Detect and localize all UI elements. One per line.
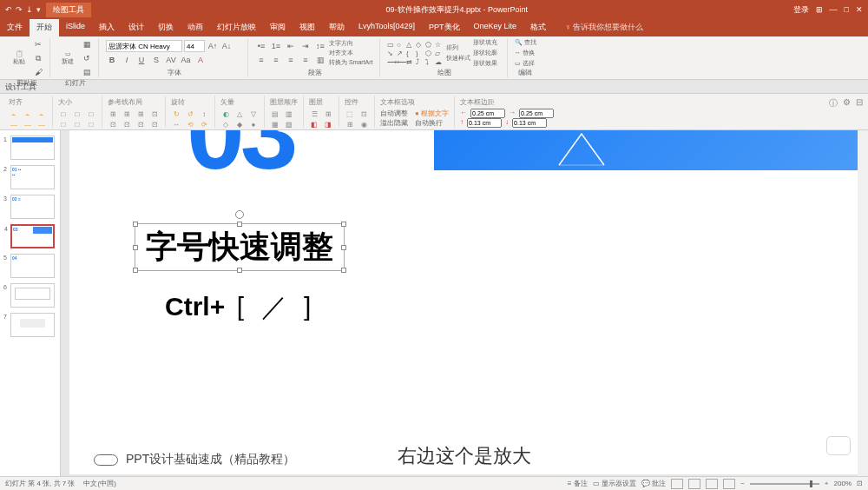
bullets-icon[interactable]: •≡: [255, 40, 267, 52]
reset-icon[interactable]: ↺: [81, 52, 93, 64]
tab-review[interactable]: 审阅: [263, 19, 293, 36]
section-icon[interactable]: ▤: [81, 66, 93, 78]
zoom-level[interactable]: 200%: [834, 480, 852, 487]
display-settings-button[interactable]: ▭ 显示器设置: [593, 479, 636, 488]
smartart-button[interactable]: 转换为 SmartArt: [329, 58, 373, 67]
format-painter-icon[interactable]: 🖌: [32, 66, 44, 78]
align-left-icon[interactable]: ≡: [255, 54, 267, 66]
strike-icon[interactable]: S: [150, 54, 162, 66]
align-text-button[interactable]: 对齐文本: [329, 49, 373, 57]
ribbon-options-icon[interactable]: ⊞: [816, 5, 823, 14]
thumbnail-2[interactable]: 201 ▪▪▪▪: [10, 165, 55, 189]
overflow-button[interactable]: 溢出隐藏: [380, 118, 408, 128]
reading-view-icon[interactable]: [706, 479, 718, 489]
normal-view-icon[interactable]: [671, 479, 683, 489]
settings-icon[interactable]: ⚙: [843, 97, 851, 109]
tab-transition[interactable]: 切换: [151, 19, 181, 36]
thumbnail-7[interactable]: 7: [10, 313, 55, 337]
indent-inc-icon[interactable]: ⇥: [299, 40, 312, 52]
spacing-icon[interactable]: Aa: [180, 54, 192, 66]
tab-beautify[interactable]: PPT美化: [422, 19, 467, 36]
shrink-font-icon[interactable]: A↓: [220, 40, 233, 52]
align-icon[interactable]: ⫠: [9, 109, 19, 119]
margin-top-input[interactable]: [467, 118, 502, 128]
tab-home[interactable]: 开始: [30, 19, 59, 36]
shape-outline-button[interactable]: 形状轮廓: [473, 49, 497, 57]
tab-format[interactable]: 格式: [523, 19, 553, 36]
indent-dec-icon[interactable]: ⇤: [285, 40, 297, 52]
find-button[interactable]: 🔍 查找: [515, 38, 536, 47]
zoom-slider[interactable]: [750, 483, 819, 485]
auto-wrap-button[interactable]: 自动换行: [415, 118, 443, 128]
margin-bottom-input[interactable]: [512, 118, 547, 128]
tab-onekey[interactable]: OneKey Lite: [467, 19, 524, 36]
slide-title-text[interactable]: 字号快速调整: [146, 226, 333, 268]
select-button[interactable]: ▭ 选择: [515, 59, 536, 68]
margin-right-input[interactable]: [519, 109, 554, 118]
zoom-in-button[interactable]: +: [825, 480, 829, 487]
numbering-icon[interactable]: 1≡: [270, 40, 282, 52]
new-slide-button[interactable]: ▭新建: [57, 45, 78, 71]
qat-redo[interactable]: ↷: [16, 5, 23, 14]
minimize-icon[interactable]: —: [830, 5, 838, 14]
font-name-input[interactable]: [106, 40, 182, 52]
slide-canvas[interactable]: 03 字号快速调整 Ctrl+ [ ／ ] PPT设计基础速成（精品教程） 右边…: [61, 130, 868, 476]
shadow-icon[interactable]: AV: [165, 54, 177, 66]
sorter-view-icon[interactable]: [688, 479, 700, 489]
paste-button[interactable]: 📋粘贴: [9, 45, 30, 71]
close-icon[interactable]: ✕: [856, 5, 863, 14]
language-label[interactable]: 中文(中国): [83, 479, 115, 488]
tab-lvyh[interactable]: LvyhTools[0429]: [352, 19, 422, 36]
thumbnail-6[interactable]: 6: [10, 283, 55, 308]
underline-icon[interactable]: U: [135, 54, 148, 66]
align-right-icon[interactable]: ≡: [285, 54, 297, 66]
margin-left-input[interactable]: [470, 109, 505, 118]
thumbnail-4[interactable]: 403: [10, 224, 55, 248]
bold-icon[interactable]: B: [106, 54, 118, 66]
tell-me-search[interactable]: 告诉我你想要做什么: [573, 23, 643, 31]
arrange-button[interactable]: 排列: [446, 43, 470, 52]
vertical-scrollbar[interactable]: [858, 130, 868, 476]
zoom-out-button[interactable]: −: [740, 480, 745, 487]
text-direction-button[interactable]: 文字方向: [329, 39, 373, 48]
italic-icon[interactable]: I: [121, 54, 133, 66]
shape-effects-button[interactable]: 形状效果: [473, 59, 497, 68]
thumbnail-1[interactable]: 1: [10, 136, 55, 160]
tab-help[interactable]: 帮助: [322, 19, 352, 36]
shape-fill-button[interactable]: 形状填充: [473, 38, 497, 47]
cut-icon[interactable]: ✂: [32, 38, 44, 50]
tab-file[interactable]: 文件: [0, 19, 30, 36]
collapse-icon[interactable]: ⊟: [856, 97, 863, 109]
font-size-input[interactable]: [184, 40, 205, 52]
user-signin[interactable]: 登录: [793, 4, 809, 16]
fit-window-icon[interactable]: ⊡: [857, 480, 863, 487]
thumbnail-5[interactable]: 504: [10, 254, 55, 278]
tab-slideshow[interactable]: 幻灯片放映: [210, 19, 263, 36]
align-center-icon[interactable]: ≡: [270, 54, 282, 66]
replace-button[interactable]: ↔ 替换: [515, 49, 536, 57]
tab-design[interactable]: 设计: [122, 19, 151, 36]
qat-more[interactable]: ▾: [36, 5, 41, 14]
tab-view[interactable]: 视图: [293, 19, 322, 36]
maximize-icon[interactable]: □: [845, 5, 849, 14]
title-text-box[interactable]: 字号快速调整: [135, 223, 345, 271]
comments-button[interactable]: 💬 批注: [641, 479, 666, 488]
tab-islide[interactable]: iSlide: [59, 19, 92, 36]
tab-insert[interactable]: 插入: [92, 19, 122, 36]
help-icon[interactable]: ⓘ: [829, 97, 838, 109]
layout-icon[interactable]: ▦: [81, 38, 93, 50]
qat-save[interactable]: ⤓: [26, 5, 33, 14]
font-color-icon[interactable]: A: [194, 54, 207, 66]
justify-icon[interactable]: ≡: [299, 54, 312, 66]
copy-icon[interactable]: ⧉: [32, 52, 44, 64]
shapes-gallery[interactable]: ▭○△◇⬠☆ ↘↗{}⬡▱ ⟶⟵⇄⤴⤵☁: [387, 41, 444, 66]
quick-style-button[interactable]: 快速样式: [446, 54, 470, 63]
slideshow-view-icon[interactable]: [723, 479, 735, 489]
wrap-text-button[interactable]: 根据文字: [421, 109, 449, 117]
line-spacing-icon[interactable]: ↕≡: [314, 40, 326, 52]
tab-animation[interactable]: 动画: [181, 19, 210, 36]
auto-adjust-button[interactable]: 自动调整: [380, 109, 408, 118]
thumbnail-3[interactable]: 302 ≡: [10, 195, 55, 219]
grow-font-icon[interactable]: A↑: [207, 40, 219, 52]
qat-undo[interactable]: ↶: [5, 5, 12, 14]
